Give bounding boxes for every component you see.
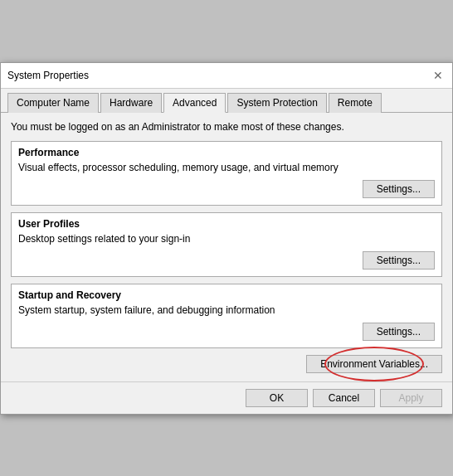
apply-button[interactable]: Apply [380, 389, 442, 407]
tab-advanced[interactable]: Advanced [163, 93, 226, 113]
performance-settings-button[interactable]: Settings... [363, 180, 435, 198]
startup-recovery-description: System startup, system failure, and debu… [18, 304, 435, 316]
title-bar: System Properties ✕ [1, 63, 452, 89]
performance-description: Visual effects, processor scheduling, me… [18, 162, 435, 173]
user-profiles-section: User Profiles Desktop settings related t… [11, 212, 442, 277]
window-title: System Properties [7, 70, 89, 81]
user-profiles-description: Desktop settings related to your sign-in [18, 233, 435, 245]
env-variables-row: Environment Variables... [11, 355, 442, 373]
admin-notice: You must be logged on as an Administrato… [11, 121, 442, 133]
tab-remote[interactable]: Remote [329, 93, 382, 113]
tab-hardware[interactable]: Hardware [100, 93, 162, 113]
user-profiles-settings-button[interactable]: Settings... [363, 251, 435, 270]
performance-btn-row: Settings... [18, 180, 435, 198]
startup-recovery-btn-row: Settings... [18, 323, 435, 341]
ok-button[interactable]: OK [246, 389, 308, 407]
dialog-footer: OK Cancel Apply [1, 381, 452, 414]
startup-recovery-settings-button[interactable]: Settings... [363, 323, 435, 341]
startup-recovery-title: Startup and Recovery [18, 289, 435, 301]
tab-computer-name[interactable]: Computer Name [7, 93, 99, 113]
performance-section: Performance Visual effects, processor sc… [11, 141, 442, 206]
env-btn-wrapper: Environment Variables... [306, 355, 442, 373]
user-profiles-btn-row: Settings... [18, 251, 435, 270]
environment-variables-button[interactable]: Environment Variables... [306, 355, 442, 373]
startup-recovery-section: Startup and Recovery System startup, sys… [11, 284, 442, 348]
tab-system-protection[interactable]: System Protection [227, 93, 326, 113]
cancel-button[interactable]: Cancel [313, 389, 375, 407]
tab-bar: Computer Name Hardware Advanced System P… [1, 89, 452, 113]
performance-title: Performance [18, 147, 435, 158]
system-properties-window: System Properties ✕ Computer Name Hardwa… [0, 62, 453, 415]
close-button[interactable]: ✕ [431, 68, 446, 83]
tab-content: You must be logged on as an Administrato… [1, 113, 452, 381]
user-profiles-title: User Profiles [18, 218, 435, 230]
